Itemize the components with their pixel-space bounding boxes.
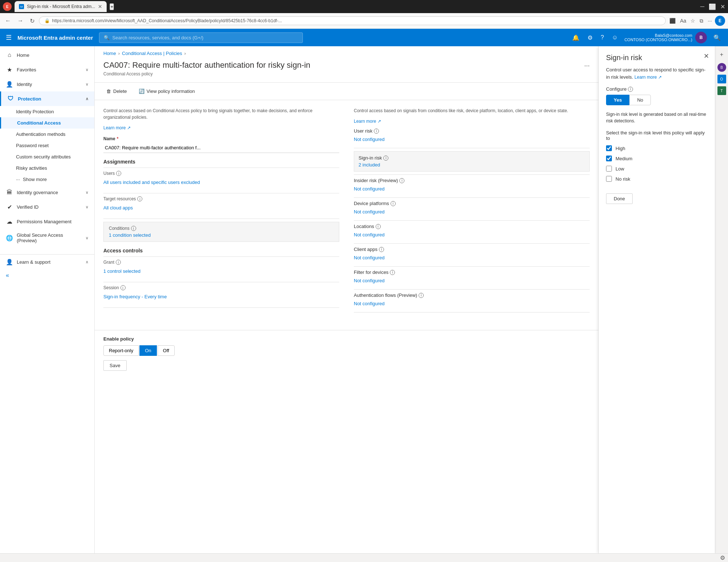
right-edge-add-btn[interactable]: + [718, 49, 725, 60]
auth-flows-value[interactable]: Not configured [354, 299, 590, 308]
conditions-info-icon[interactable]: i [131, 226, 136, 231]
low-checkbox[interactable] [606, 166, 612, 172]
high-checkbox[interactable] [606, 145, 612, 151]
sidebar-item-protection[interactable]: 🛡 Protection ∧ [0, 91, 94, 106]
user-risk-value[interactable]: Not configured [354, 135, 590, 144]
sidebar-sub-item-risky-activities[interactable]: Risky activities [0, 162, 94, 174]
right-edge-teams[interactable]: T [717, 86, 726, 95]
tab-close-button[interactable]: ✕ [98, 4, 102, 9]
session-info-icon[interactable]: i [120, 285, 126, 290]
filter-devices-value[interactable]: Not configured [354, 276, 590, 285]
user-risk-info-icon[interactable]: i [374, 129, 379, 134]
done-button[interactable]: Done [606, 193, 633, 204]
sidebar-item-permissions[interactable]: ☁ Permissions Management [0, 214, 94, 229]
sidebar-item-global-secure[interactable]: 🌐 Global Secure Access (Preview) ∨ [0, 229, 94, 247]
sidebar-item-identity[interactable]: 👤 Identity ∨ [0, 77, 94, 91]
refresh-button[interactable]: ↻ [28, 16, 37, 26]
sidebar-item-identity-governance[interactable]: 🏛 Identity governance ∨ [0, 185, 94, 200]
back-button[interactable]: ← [3, 16, 13, 25]
sidebar-sub-item-custom-security[interactable]: Custom security attributes [0, 151, 94, 162]
hamburger-icon[interactable]: ☰ [6, 34, 12, 42]
sidebar-item-verified-id[interactable]: ✔ Verified ID ∨ [0, 200, 94, 214]
filter-devices-info-icon[interactable]: i [390, 270, 395, 275]
device-platforms-info-icon[interactable]: i [391, 201, 396, 206]
target-resources-value[interactable]: All cloud apps [103, 203, 339, 213]
minimize-button[interactable]: ─ [700, 3, 704, 10]
side-panel-close-button[interactable]: ✕ [704, 52, 709, 60]
yes-button[interactable]: Yes [606, 95, 629, 105]
device-platforms-value[interactable]: Not configured [354, 208, 590, 216]
search-bar[interactable]: 🔍 [99, 32, 303, 43]
search-expand-btn[interactable]: 🔍 [712, 33, 722, 43]
users-info-icon[interactable]: i [116, 171, 121, 176]
sign-in-risk-info-icon[interactable]: i [383, 156, 388, 161]
session-value[interactable]: Sign-in frequency - Every time [103, 292, 339, 302]
search-input[interactable] [112, 35, 298, 40]
sidebar-sub-item-show-more[interactable]: ··· Show more [0, 174, 94, 185]
sidebar-item-home[interactable]: ⌂ Home [0, 48, 94, 62]
no-risk-checkbox[interactable] [606, 176, 612, 182]
sidebar-sub-item-conditional-access[interactable]: Conditional Access [0, 117, 94, 129]
report-only-button[interactable]: Report-only [103, 345, 139, 356]
auth-flows-info-icon[interactable]: i [419, 293, 424, 298]
locations-info-icon[interactable]: i [376, 224, 381, 229]
locations-value[interactable]: Not configured [354, 231, 590, 239]
right-edge-outlook[interactable]: O [717, 75, 726, 83]
off-button[interactable]: Off [158, 345, 175, 356]
user-info[interactable]: BalaS@contoso.com CONTOSO (CONTOSO.ONMIC… [624, 32, 707, 43]
configure-info-icon[interactable]: i [628, 87, 633, 92]
client-apps-value[interactable]: Not configured [354, 254, 590, 262]
view-policy-button[interactable]: 🔄 View policy information [136, 87, 198, 95]
save-button[interactable]: Save [103, 360, 127, 371]
high-label[interactable]: High [616, 146, 625, 151]
sign-in-risk-value[interactable]: 2 included [359, 162, 585, 168]
medium-checkbox[interactable] [606, 156, 612, 161]
on-button[interactable]: On [139, 345, 157, 356]
low-label[interactable]: Low [616, 166, 624, 172]
avatar[interactable]: B [695, 32, 707, 43]
sidebar-collapse-btn[interactable]: « [0, 269, 94, 282]
favorites-btn[interactable]: ☆ [689, 16, 697, 25]
conditions-box[interactable]: Conditions i 1 condition selected [103, 222, 339, 242]
target-resources-info-icon[interactable]: i [137, 196, 142, 201]
users-value[interactable]: All users included and specific users ex… [103, 177, 339, 187]
active-tab[interactable]: M Sign-in risk - Microsoft Entra adm... … [15, 1, 107, 12]
sidebar-sub-item-identity-protection[interactable]: Identity Protection [0, 106, 94, 117]
right-learn-more-link[interactable]: Learn more ↗ [354, 119, 381, 124]
address-bar[interactable]: 🔒 https://entra.microsoft.com/#view/Micr… [39, 16, 666, 25]
left-learn-more-link[interactable]: Learn more ↗ [103, 125, 131, 130]
breadcrumb-conditional-access[interactable]: Conditional Access | Policies [122, 51, 182, 56]
notification-btn[interactable]: 🔔 [571, 33, 581, 43]
sidebar-item-learn-support[interactable]: 👤 Learn & support ∧ [0, 255, 94, 269]
delete-button[interactable]: 🗑 Delete [103, 87, 130, 95]
close-button[interactable]: ✕ [720, 3, 725, 10]
restore-button[interactable]: ⬜ [709, 3, 716, 10]
settings-gear-button[interactable]: ⚙ [720, 554, 725, 561]
sidebar-item-favorites[interactable]: ★ Favorites ∨ [0, 62, 94, 77]
browser-extension-btn[interactable]: ⬛ [668, 16, 677, 25]
client-apps-info-icon[interactable]: i [379, 247, 384, 252]
breadcrumb-home[interactable]: Home [103, 51, 116, 56]
browser-profile[interactable]: E [715, 16, 725, 26]
name-input[interactable] [103, 143, 339, 153]
reader-mode-btn[interactable]: Aa [678, 16, 688, 25]
settings-icon-btn[interactable]: ⚙ [586, 33, 594, 43]
no-risk-label[interactable]: No risk [616, 176, 630, 182]
more-options-button[interactable]: ··· [584, 62, 590, 70]
side-panel-learn-more-link[interactable]: Learn more ↗ [634, 75, 662, 80]
help-btn[interactable]: ? [599, 33, 605, 42]
medium-label[interactable]: Medium [616, 156, 632, 161]
forward-button[interactable]: → [15, 16, 25, 25]
insider-risk-info-icon[interactable]: i [399, 178, 404, 183]
sidebar-sub-item-auth-methods[interactable]: Authentication methods [0, 129, 94, 140]
no-button[interactable]: No [629, 95, 651, 105]
right-edge-avatar[interactable]: B [717, 63, 726, 72]
insider-risk-value[interactable]: Not configured [354, 185, 590, 193]
feedback-btn[interactable]: ☺ [610, 33, 619, 42]
collections-btn[interactable]: ⧉ [698, 16, 705, 25]
settings-btn[interactable]: ··· [706, 16, 713, 25]
sidebar-sub-item-password-reset[interactable]: Password reset [0, 140, 94, 151]
conditions-value[interactable]: 1 condition selected [109, 232, 334, 238]
grant-info-icon[interactable]: i [116, 260, 121, 265]
sign-in-risk-row[interactable]: Sign-in risk i 2 included [354, 151, 590, 172]
